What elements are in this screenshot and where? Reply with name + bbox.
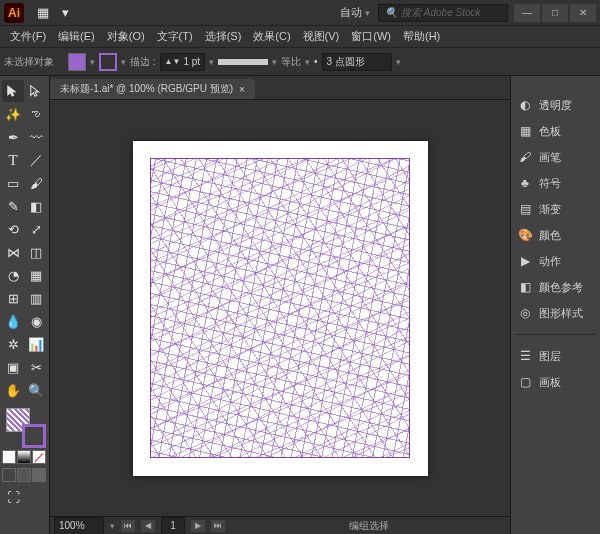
- scale-tool[interactable]: ⤢: [25, 218, 47, 240]
- none-mode[interactable]: [32, 450, 46, 464]
- panel-transparency[interactable]: ◐透明度: [515, 94, 596, 116]
- artboard-tool[interactable]: ▣: [2, 356, 24, 378]
- gradient-tool[interactable]: ▥: [25, 287, 47, 309]
- paintbrush-tool[interactable]: 🖌: [25, 172, 47, 194]
- curvature-tool[interactable]: 〰: [25, 126, 47, 148]
- menu-view[interactable]: 视图(V): [297, 27, 346, 46]
- color-mode[interactable]: [2, 450, 16, 464]
- color-icon: 🎨: [517, 227, 533, 243]
- shape-builder-tool[interactable]: ◔: [2, 264, 24, 286]
- swatches-icon: ▦: [517, 123, 533, 139]
- document-tab[interactable]: 未标题-1.ai* @ 100% (RGB/GPU 预览) ×: [50, 79, 255, 99]
- no-selection-label: 未选择对象: [4, 55, 54, 69]
- panel-colorguide[interactable]: ◧颜色参考: [515, 276, 596, 298]
- hand-tool[interactable]: ✋: [2, 379, 24, 401]
- lasso-tool[interactable]: ఌ: [25, 103, 47, 125]
- panel-swatches[interactable]: ▦色板: [515, 120, 596, 142]
- toolbox: ✨ఌ ✒〰 T／ ▭🖌 ✎◧ ⟲⤢ ⋈◫ ◔▦ ⊞▥ 💧◉ ✲📊 ▣✂ ✋🔍 ⛶: [0, 76, 50, 534]
- panel-graphicstyles[interactable]: ◎图形样式: [515, 302, 596, 324]
- shaper-tool[interactable]: ✎: [2, 195, 24, 217]
- menu-select[interactable]: 选择(S): [199, 27, 248, 46]
- panel-layers[interactable]: ☰图层: [515, 345, 596, 367]
- canvas[interactable]: [50, 100, 510, 516]
- search-icon: 🔍: [385, 7, 397, 18]
- fill-stroke-control[interactable]: [6, 408, 46, 448]
- app-icon: Ai: [4, 3, 24, 23]
- zoom-field[interactable]: 100%: [54, 517, 104, 535]
- fill-swatch[interactable]: [68, 53, 86, 71]
- proportion-label[interactable]: 等比: [281, 55, 301, 69]
- panel-brushes[interactable]: 🖌画笔: [515, 146, 596, 168]
- menu-window[interactable]: 窗口(W): [345, 27, 397, 46]
- free-transform-tool[interactable]: ◫: [25, 241, 47, 263]
- minimize-button[interactable]: —: [514, 4, 540, 22]
- symbols-icon: ♣: [517, 175, 533, 191]
- type-tool[interactable]: T: [2, 149, 24, 171]
- panel-dock: ◐透明度 ▦色板 🖌画笔 ♣符号 ▤渐变 🎨颜色 ▶动作 ◧颜色参考 ◎图形样式…: [510, 76, 600, 534]
- artboard: [133, 141, 428, 476]
- close-tab-icon[interactable]: ×: [239, 84, 245, 95]
- statusbar: 100% ▾ ⏮ ◀ 1 ▶ ⏭ 编组选择: [50, 516, 510, 534]
- prev-artboard-button[interactable]: ◀: [141, 520, 155, 532]
- last-artboard-button[interactable]: ⏭: [211, 520, 225, 532]
- perspective-tool[interactable]: ▦: [25, 264, 47, 286]
- slice-tool[interactable]: ✂: [25, 356, 47, 378]
- selection-tool[interactable]: [2, 80, 24, 102]
- mesh-tool[interactable]: ⊞: [2, 287, 24, 309]
- maximize-button[interactable]: □: [542, 4, 568, 22]
- graphicstyles-icon: ◎: [517, 305, 533, 321]
- draw-normal[interactable]: [2, 468, 16, 482]
- stroke-label: 描边 :: [130, 55, 156, 69]
- first-artboard-button[interactable]: ⏮: [121, 520, 135, 532]
- stroke-weight-field[interactable]: ▲▼1 pt: [160, 53, 206, 71]
- draw-behind[interactable]: [17, 468, 31, 482]
- width-tool[interactable]: ⋈: [2, 241, 24, 263]
- draw-inside[interactable]: [32, 468, 46, 482]
- close-button[interactable]: ✕: [570, 4, 596, 22]
- workspace-dropdown[interactable]: 自动 ▾: [332, 5, 378, 20]
- menu-file[interactable]: 文件(F): [4, 27, 52, 46]
- symbol-sprayer-tool[interactable]: ✲: [2, 333, 24, 355]
- panel-gradient[interactable]: ▤渐变: [515, 198, 596, 220]
- eraser-tool[interactable]: ◧: [25, 195, 47, 217]
- gradient-mode[interactable]: [17, 450, 31, 464]
- graph-tool[interactable]: 📊: [25, 333, 47, 355]
- eyedropper-tool[interactable]: 💧: [2, 310, 24, 332]
- stroke-color[interactable]: [22, 424, 46, 448]
- artboards-icon: ▢: [517, 374, 533, 390]
- menu-edit[interactable]: 编辑(E): [52, 27, 101, 46]
- zoom-tool[interactable]: 🔍: [25, 379, 47, 401]
- menu-type[interactable]: 文字(T): [151, 27, 199, 46]
- screen-mode[interactable]: ⛶: [2, 486, 24, 508]
- magic-wand-tool[interactable]: ✨: [2, 103, 24, 125]
- brushes-icon: 🖌: [517, 149, 533, 165]
- menu-object[interactable]: 对象(O): [101, 27, 151, 46]
- layers-icon: ☰: [517, 348, 533, 364]
- panel-symbols[interactable]: ♣符号: [515, 172, 596, 194]
- rotate-tool[interactable]: ⟲: [2, 218, 24, 240]
- options-bar: 未选择对象 ▾ ▾ 描边 : ▲▼1 pt ▾ ▾ 等比 ▾ • 3 点圆形 ▾: [0, 48, 600, 76]
- panel-artboards[interactable]: ▢画板: [515, 371, 596, 393]
- gradient-icon: ▤: [517, 201, 533, 217]
- pen-tool[interactable]: ✒: [2, 126, 24, 148]
- line-tool[interactable]: ／: [25, 149, 47, 171]
- menu-help[interactable]: 帮助(H): [397, 27, 446, 46]
- next-artboard-button[interactable]: ▶: [191, 520, 205, 532]
- panel-color[interactable]: 🎨颜色: [515, 224, 596, 246]
- stroke-swatch[interactable]: [99, 53, 117, 71]
- brush-field[interactable]: 3 点圆形: [322, 53, 392, 71]
- artboard-number[interactable]: 1: [161, 517, 185, 535]
- blend-tool[interactable]: ◉: [25, 310, 47, 332]
- document-tab-label: 未标题-1.ai* @ 100% (RGB/GPU 预览): [60, 82, 233, 96]
- bridge-icon[interactable]: ▦: [32, 2, 54, 24]
- panel-actions[interactable]: ▶动作: [515, 250, 596, 272]
- search-input[interactable]: 🔍 搜索 Adobe Stock: [378, 4, 508, 22]
- actions-icon: ▶: [517, 253, 533, 269]
- direct-selection-tool[interactable]: [25, 80, 47, 102]
- menu-effect[interactable]: 效果(C): [247, 27, 296, 46]
- rectangle-tool[interactable]: ▭: [2, 172, 24, 194]
- arrange-icon[interactable]: ▾: [54, 2, 76, 24]
- stroke-preview[interactable]: [218, 59, 268, 65]
- menubar: 文件(F) 编辑(E) 对象(O) 文字(T) 选择(S) 效果(C) 视图(V…: [0, 26, 600, 48]
- pattern-rectangle[interactable]: [150, 158, 410, 458]
